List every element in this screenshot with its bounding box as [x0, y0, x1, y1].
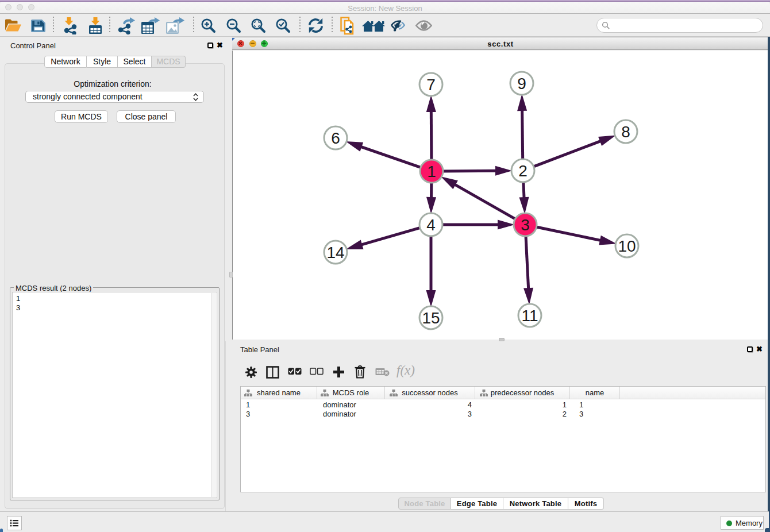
svg-text:15: 15 [422, 309, 440, 327]
svg-text:2: 2 [518, 162, 528, 180]
svg-text:7: 7 [426, 76, 436, 94]
svg-text:8: 8 [621, 123, 630, 141]
svg-text:6: 6 [331, 129, 340, 147]
svg-text:4: 4 [426, 216, 436, 234]
svg-text:3: 3 [521, 216, 530, 234]
svg-text:11: 11 [521, 307, 538, 325]
svg-text:9: 9 [517, 75, 526, 92]
svg-text:1: 1 [427, 163, 436, 180]
svg-text:10: 10 [618, 237, 636, 255]
svg-text:14: 14 [326, 244, 344, 261]
